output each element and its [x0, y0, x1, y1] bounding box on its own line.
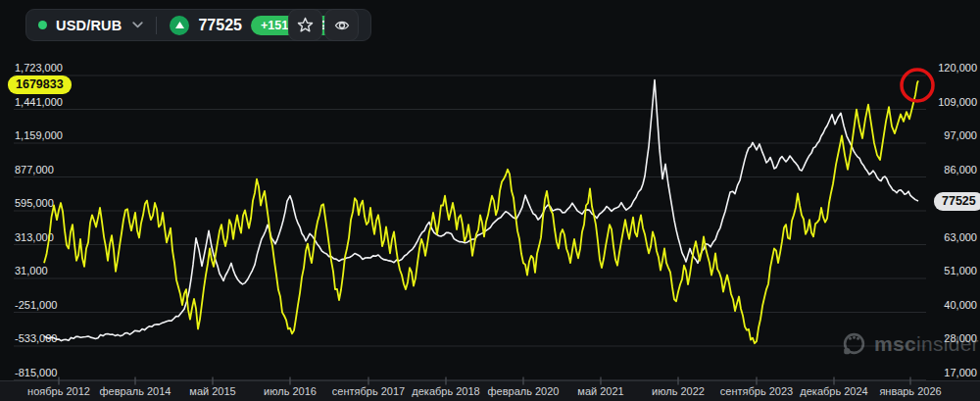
eye-icon	[333, 18, 351, 33]
msc-insider-logo	[841, 330, 867, 357]
x-axis-label: декабрь 2018	[412, 385, 479, 397]
price-up-icon	[170, 16, 189, 35]
chart-canvas[interactable]: ноябрь 2012февраль 2014май 2015июль 2016…	[0, 0, 980, 401]
right-axis-label: 63,000	[944, 231, 977, 243]
x-axis-label: февраль 2014	[100, 385, 172, 397]
symbol-label: USD/RUB	[56, 18, 122, 33]
watermark-text-bold: msc	[874, 332, 916, 355]
favorite-button[interactable]	[288, 9, 322, 41]
x-axis-label: февраль 2020	[488, 385, 560, 397]
left-axis-label: 1,723,000	[15, 62, 63, 74]
right-axis-label: 86,000	[944, 164, 977, 175]
x-axis-label: май 2015	[189, 385, 235, 397]
x-axis-label: декабрь 2024	[800, 385, 867, 397]
x-axis-label: июль 2016	[264, 385, 317, 397]
left-axis-label: 1,159,000	[15, 129, 63, 141]
chevron-down-icon[interactable]	[132, 22, 143, 28]
right-axis-label: 97,000	[944, 129, 977, 141]
left-axis-label: 31,000	[15, 265, 48, 276]
symbol-status-dot	[38, 21, 47, 29]
x-axis-label: сентябрь 2017	[332, 385, 405, 397]
last-price: 77525	[198, 17, 242, 34]
x-axis-label: ноябрь 2012	[27, 385, 90, 397]
right-axis-label: 120,000	[938, 62, 977, 74]
divider	[156, 17, 157, 34]
left-axis-label: 595,000	[15, 197, 54, 209]
left-axis-current-badge: 1679833	[8, 75, 72, 94]
left-axis-label: -251,000	[15, 299, 57, 311]
star-icon	[297, 17, 314, 33]
left-axis-label: 877,000	[15, 164, 54, 175]
left-axis-label: -815,000	[15, 367, 57, 378]
right-axis-current-badge: 77525	[934, 192, 980, 211]
watermark-text-light: insider	[916, 332, 979, 355]
right-axis-label: 51,000	[944, 265, 977, 276]
x-axis-label: июль 2022	[652, 385, 705, 397]
x-axis-label: январь 2026	[879, 385, 941, 397]
x-axis-label: май 2021	[577, 385, 623, 397]
right-axis-label: 40,000	[944, 299, 977, 311]
right-axis-label: 109,000	[938, 96, 977, 108]
watchlist-button[interactable]	[324, 9, 359, 41]
x-axis-label: сентябрь 2023	[720, 385, 793, 397]
left-axis-label: 1,441,000	[15, 96, 63, 108]
right-axis-label: 17,000	[944, 367, 977, 378]
msc-insider-watermark: mscinsider	[841, 330, 979, 357]
